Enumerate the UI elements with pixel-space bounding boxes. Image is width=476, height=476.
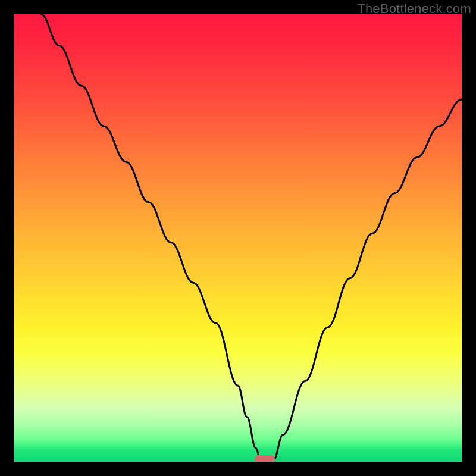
bottleneck-curve: [14, 14, 462, 462]
chart-frame: TheBottleneck.com: [0, 0, 476, 476]
plot-area: [14, 14, 462, 462]
optimum-marker: [255, 455, 275, 462]
watermark-text: TheBottleneck.com: [357, 1, 471, 17]
